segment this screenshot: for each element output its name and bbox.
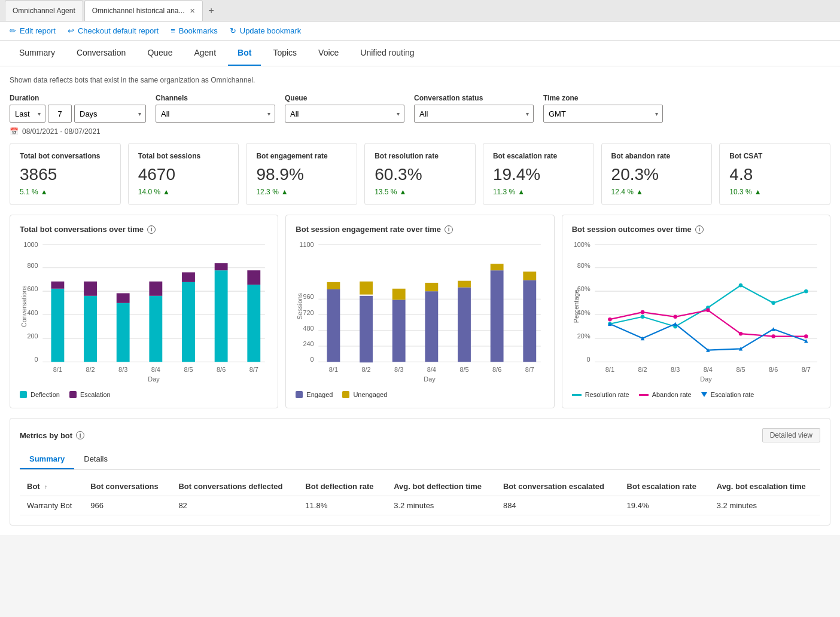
kpi-total-bot-conversations: Total bot conversations 3865 5.1 % ▲ [10,143,121,205]
nav-tab-conversation[interactable]: Conversation [67,41,136,66]
metrics-header: Metrics by bot i Detailed view [20,428,820,442]
timezone-select[interactable]: GMT [543,105,663,123]
nav-tab-topics[interactable]: Topics [263,41,306,66]
conversations-chart-legend: Deflection Escalation [20,391,268,398]
svg-rect-18 [117,293,130,303]
nav-tab-bot[interactable]: Bot [228,41,261,66]
engagement-chart-legend: Engaged Unengaged [296,391,544,398]
svg-rect-19 [149,296,162,362]
svg-text:Day: Day [148,375,160,383]
svg-rect-56 [458,288,471,362]
duration-value-input[interactable] [48,105,72,123]
metrics-sub-tabs: Summary Details [20,450,820,470]
edit-report-button[interactable]: ✏ Edit report [10,26,56,35]
col-header-bot-conversations-deflected[interactable]: Bot conversations deflected [171,477,298,496]
sub-tab-summary[interactable]: Summary [20,450,74,469]
svg-rect-14 [51,282,64,289]
outcomes-chart-svg: 0 20% 40% 60% 80% 100% Percentage [572,241,820,384]
svg-text:240: 240 [303,340,314,347]
bookmarks-button[interactable]: ≡ Bookmarks [171,26,218,35]
legend-engaged: Engaged [296,391,333,398]
cell-deflection-rate: 11.8% [298,496,386,515]
col-header-bot-escalation-rate[interactable]: Bot escalation rate [620,477,710,496]
info-icon-outcomes[interactable]: i [695,225,704,234]
svg-text:Conversations: Conversations [20,285,28,327]
col-header-avg-bot-escalation-time[interactable]: Avg. bot escalation time [710,477,820,496]
browser-tab-omnichannel-agent[interactable]: Omnichannel Agent [5,0,83,21]
svg-rect-58 [491,270,504,362]
conversation-status-select[interactable]: All [414,105,534,123]
info-icon-conversations[interactable]: i [147,225,156,234]
svg-text:8/5: 8/5 [184,366,193,373]
queue-select[interactable]: All [285,105,404,123]
duration-preset-select[interactable]: Last [10,105,45,123]
sort-icon-bot: ↑ [44,484,47,490]
svg-point-88 [771,301,775,306]
add-tab-button[interactable]: + [204,5,219,16]
kpi-change-5: 12.4 % ▲ [611,188,702,196]
info-text: Shown data reflects bots that exist in t… [10,76,830,84]
kpi-change-0: 5.1 % ▲ [20,188,111,196]
svg-text:1100: 1100 [300,241,314,248]
svg-text:0: 0 [586,356,590,363]
conversation-status-filter: Conversation status All [414,94,534,123]
browser-tabs: Omnichannel Agent Omnichannel historical… [0,0,840,22]
svg-rect-52 [392,300,406,362]
nav-tab-agent[interactable]: Agent [184,41,226,66]
col-header-avg-bot-deflection-time[interactable]: Avg. bot deflection time [386,477,496,496]
nav-tab-summary[interactable]: Summary [10,41,65,66]
detailed-view-button[interactable]: Detailed view [762,428,820,442]
col-header-bot-conversations[interactable]: Bot conversations [83,477,171,496]
nav-tab-unified-routing[interactable]: Unified routing [351,41,424,66]
table-row: Warranty Bot 966 82 11.8% 3.2 minutes 88… [20,496,820,515]
svg-text:8/2: 8/2 [638,366,647,373]
kpi-change-2: 12.3 % ▲ [256,188,347,196]
svg-text:200: 200 [27,332,38,340]
svg-point-94 [738,332,742,336]
checkout-default-report-button[interactable]: ↩ Checkout default report [68,26,159,35]
svg-text:8/7: 8/7 [525,366,534,373]
svg-text:Day: Day [700,375,712,383]
svg-text:600: 600 [27,285,38,292]
col-header-bot-conversation-escalated[interactable]: Bot conversation escalated [496,477,620,496]
legend-dot-unengaged [342,391,349,398]
col-header-bot-deflection-rate[interactable]: Bot deflection rate [298,477,386,496]
channels-select[interactable]: All [156,105,275,123]
svg-text:80%: 80% [577,262,590,269]
svg-text:8/6: 8/6 [769,366,778,373]
tab-close-icon[interactable]: ✕ [190,7,195,15]
legend-resolution-rate: Resolution rate [572,391,629,398]
svg-text:8/4: 8/4 [151,366,160,373]
conversations-chart-svg: 0 200 400 600 800 1000 Conversations [20,241,268,384]
kpi-row: Total bot conversations 3865 5.1 % ▲ Tot… [10,143,830,205]
svg-text:Day: Day [424,375,436,383]
info-icon-metrics[interactable]: i [76,431,84,439]
svg-text:720: 720 [303,309,314,316]
duration-unit-select[interactable]: Days [74,105,146,123]
timezone-filter: Time zone GMT [543,94,663,123]
cell-escalated: 884 [496,496,620,515]
sub-tab-details[interactable]: Details [74,450,117,469]
col-header-bot[interactable]: Bot ↑ [20,477,83,496]
legend-abandon-rate: Abandon rate [639,391,692,398]
info-icon-engagement[interactable]: i [445,225,453,234]
svg-text:8/1: 8/1 [329,366,338,373]
update-bookmark-button[interactable]: ↻ Update bookmark [230,26,302,35]
svg-rect-51 [360,282,373,295]
svg-text:8/1: 8/1 [605,366,614,373]
filters: Duration Last Days Channels All [10,94,830,123]
svg-point-93 [706,308,710,313]
svg-rect-21 [182,282,195,362]
svg-point-89 [804,289,808,294]
svg-text:100%: 100% [573,241,590,248]
nav-tab-voice[interactable]: Voice [309,41,348,66]
kpi-bot-engagement-rate: Bot engagement rate 98.9% 12.3 % ▲ [246,143,357,205]
browser-tab-omnichannel-historical[interactable]: Omnichannel historical ana... ✕ [84,0,203,21]
svg-rect-61 [524,271,537,280]
kpi-change-3: 13.5 % ▲ [375,188,465,196]
svg-rect-26 [247,270,260,285]
main-content: Shown data reflects bots that exist in t… [0,66,840,535]
kpi-bot-resolution-rate: Bot resolution rate 60.3% 13.5 % ▲ [364,143,476,205]
engagement-chart-svg: 0 240 480 720 960 1100 Sessions [296,241,544,384]
nav-tab-queue[interactable]: Queue [138,41,182,66]
